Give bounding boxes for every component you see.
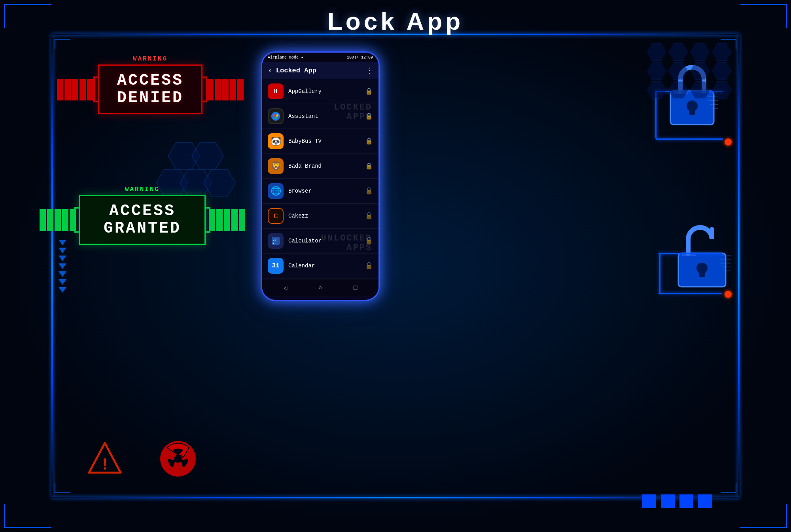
back-button[interactable]: ‹	[268, 66, 272, 74]
more-button[interactable]: ⋮	[366, 66, 373, 75]
nav-recents[interactable]: □	[354, 284, 358, 292]
red-stripe	[72, 79, 78, 100]
top-stripe-svg: // Rendered via CSS below	[79, 25, 712, 32]
svg-rect-19	[689, 106, 695, 115]
list-item[interactable]: 🌐 Browser 🔓	[262, 179, 378, 204]
phone-navbar: ◁ ○ □	[262, 280, 378, 296]
lock-unlocked-large	[672, 222, 732, 291]
list-item[interactable]: ×÷ +- Calculator 🔓	[262, 229, 378, 254]
corner-decoration-bl	[4, 504, 51, 528]
bracket-right-granted	[206, 207, 210, 233]
app-name-browser: Browser	[288, 188, 365, 194]
list-item[interactable]: C Cakezz 🔓	[262, 204, 378, 229]
sq-1	[642, 494, 656, 508]
green-stripe	[239, 209, 245, 231]
h-connector-low	[659, 293, 722, 294]
arrow-6	[59, 279, 66, 285]
svg-text:!: !	[100, 456, 110, 475]
lock-icon-calendar[interactable]: 🔓	[365, 262, 373, 270]
nav-home[interactable]: ○	[318, 284, 322, 292]
inner-corner-br	[721, 483, 736, 493]
app-name-badabrand: Bada Brand	[288, 163, 365, 169]
lock-icon-cakezz[interactable]: 🔓	[365, 212, 373, 220]
sq-4	[698, 494, 712, 508]
app-list: H AppGallery 🔒 LOCKEDAPPS Assistant	[262, 79, 378, 278]
app-name-cakezz: Cakezz	[288, 213, 365, 219]
status-time: 100)+ 12:09	[347, 55, 373, 60]
app-icon-cakezz: C	[268, 208, 284, 224]
access-granted-text: ACCESS GRANTED	[90, 203, 195, 237]
svg-marker-1	[192, 142, 223, 169]
app-name-babybustv: BabyBus TV	[288, 138, 365, 144]
stripe-top: .stripe-top { overflow: hidden; } // Ren…	[79, 25, 712, 32]
lock-icon-badabrand[interactable]: 🔒	[365, 162, 373, 170]
inner-corner-bl	[55, 483, 70, 493]
bracket-right-denied	[202, 77, 207, 102]
access-granted-container: WARNING ACCESS GRANTED	[40, 186, 245, 245]
arrow-5	[59, 271, 66, 277]
svg-point-13	[274, 117, 277, 119]
app-name-assistant: Assistant	[288, 113, 365, 119]
lock-icon-appgallery[interactable]: 🔒	[365, 87, 373, 95]
lock-icon-babybustv[interactable]: 🔒	[365, 137, 373, 145]
sq-3	[679, 494, 693, 508]
frame-left	[51, 36, 53, 496]
status-left: Airplane mode ✈	[268, 55, 303, 60]
red-stripe	[207, 79, 214, 100]
red-stripe	[222, 79, 229, 100]
list-item[interactable]: 🦁 Bada Brand 🔒	[262, 154, 378, 179]
hex-11	[690, 81, 710, 98]
svg-point-9	[175, 456, 181, 462]
warning-label-denied: WARNING	[55, 55, 245, 62]
app-icon-appgallery: H	[268, 83, 284, 99]
lock-icon-calculator[interactable]: 🔓	[365, 237, 373, 245]
bracket-left-denied	[93, 77, 98, 102]
hex-3	[690, 44, 710, 61]
nav-back[interactable]: ◁	[284, 284, 288, 292]
list-item[interactable]: H AppGallery 🔒	[262, 79, 378, 104]
sq-2	[661, 494, 675, 508]
dot-red-bottom	[725, 291, 732, 298]
red-stripe	[87, 79, 93, 100]
hex-10	[668, 81, 688, 98]
green-stripe	[224, 209, 230, 231]
phone-frame: Airplane mode ✈ 100)+ 12:09 ‹ Locked App…	[261, 51, 380, 301]
dot-red-top	[725, 138, 732, 146]
list-item[interactable]: 31 Calendar 🔓	[262, 254, 378, 278]
red-stripe	[57, 79, 63, 100]
app-icon-calendar: 31	[268, 258, 284, 274]
list-item[interactable]: 🐼 BabyBus TV 🔒	[262, 129, 378, 154]
svg-text:+-: +-	[272, 242, 276, 245]
app-header: ‹ Locked App ⋮	[262, 62, 378, 79]
airplane-mode: Airplane mode ✈	[268, 55, 303, 60]
svg-rect-28	[699, 268, 705, 277]
red-stripe	[230, 79, 236, 100]
corner-decoration-tr	[740, 4, 787, 28]
hex-2	[668, 44, 688, 61]
lock-icon-assistant[interactable]: 🔒	[365, 112, 373, 120]
warning-label-granted: WARNING	[40, 186, 245, 193]
svg-point-12	[276, 114, 278, 117]
access-denied-container: WARNING ACCESS DENIED	[55, 55, 245, 114]
app-icon-badabrand: 🦁	[268, 158, 284, 174]
green-stripe	[40, 209, 46, 231]
green-stripe	[47, 209, 53, 231]
warning-triangle: !	[87, 441, 123, 477]
green-stripe	[231, 209, 238, 231]
bottom-squares	[642, 494, 712, 508]
hex-6	[668, 62, 688, 80]
lock-icon-browser[interactable]: 🔓	[365, 187, 373, 195]
app-icon-babybustv: 🐼	[268, 133, 284, 149]
svg-point-10	[271, 112, 280, 121]
list-item[interactable]: Assistant 🔒	[262, 104, 378, 129]
app-icon-calculator: ×÷ +-	[268, 233, 284, 249]
status-bar: Airplane mode ✈ 100)+ 12:09	[262, 53, 378, 62]
bracket-left-granted	[74, 207, 79, 233]
left-arrows	[59, 240, 66, 293]
arrow-3	[59, 256, 66, 261]
app-icon-browser: 🌐	[268, 183, 284, 199]
inner-corner-tl	[55, 39, 70, 49]
green-stripe	[216, 209, 223, 231]
corner-decoration-br	[740, 504, 787, 528]
red-stripe	[237, 79, 244, 100]
